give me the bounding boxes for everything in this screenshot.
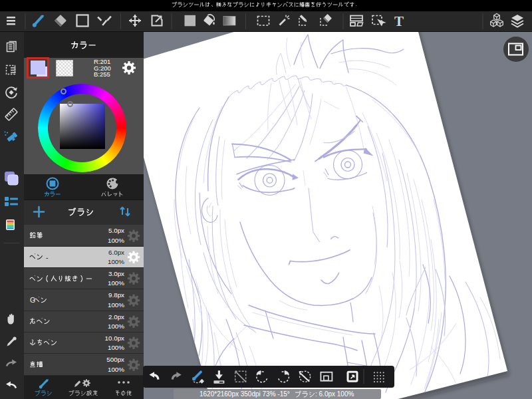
svg-text:T: T [394, 13, 404, 29]
